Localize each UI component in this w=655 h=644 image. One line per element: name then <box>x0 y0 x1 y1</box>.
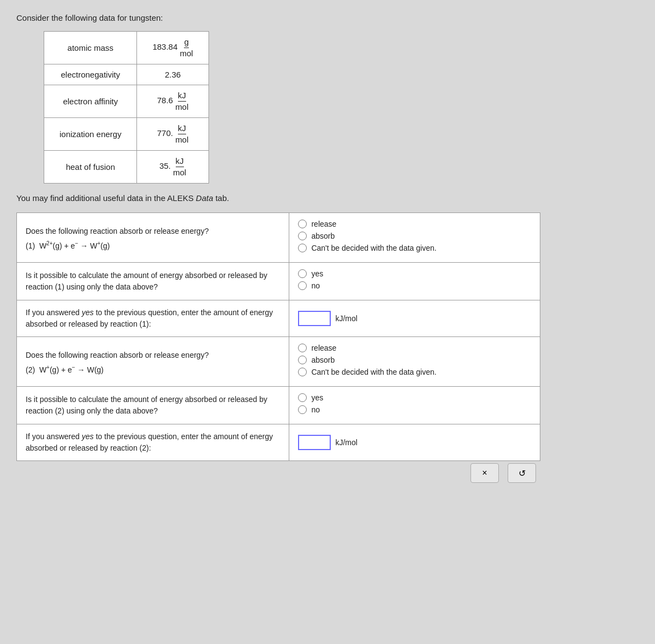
radio-label: yes <box>311 393 323 402</box>
radio-label: release <box>311 344 336 352</box>
radio-option-q1-2[interactable]: Can't be decided with the data given. <box>298 244 531 252</box>
intro-text: Consider the following data for tungsten… <box>16 13 639 22</box>
question-right-q1: releaseabsorbCan't be decided with the d… <box>289 213 540 263</box>
radio-label: no <box>311 405 320 414</box>
value-cell: 2.36 <box>137 64 209 85</box>
unit-label: kJ/mol <box>335 438 357 447</box>
aleks-text: You may find additional useful data in t… <box>16 193 639 203</box>
value-cell: 770. kJmol <box>137 118 209 151</box>
bottom-buttons: × ↺ <box>16 463 540 483</box>
question-right-q5: yesno <box>289 387 540 424</box>
property-cell: heat of fusion <box>44 151 137 184</box>
radio-label: release <box>311 220 336 228</box>
value-cell: 35. kJmol <box>137 151 209 184</box>
reaction-line: (1) W2+(g) + e− → W+(g) <box>26 240 280 250</box>
reset-button[interactable]: ↺ <box>508 463 536 483</box>
question-left-q5: Is it possible to calculate the amount o… <box>17 387 289 424</box>
question-right-q4: releaseabsorbCan't be decided with the d… <box>289 337 540 387</box>
question-right-q2: yesno <box>289 263 540 300</box>
value-cell: 183.84 gmol <box>137 32 209 64</box>
radio-option-q4-2[interactable]: Can't be decided with the data given. <box>298 368 531 376</box>
question-left-q4: Does the following reaction absorb or re… <box>17 337 289 387</box>
close-button[interactable]: × <box>471 463 499 483</box>
question-right-q6: kJ/mol <box>289 424 540 461</box>
question-text: Is it possible to calculate the amount o… <box>26 395 267 415</box>
property-cell: electron affinity <box>44 85 137 118</box>
radio-input-q5-1[interactable] <box>298 405 307 414</box>
question-left-q6: If you answered yes to the previous ques… <box>17 424 289 461</box>
radio-option-q5-0[interactable]: yes <box>298 393 531 402</box>
radio-input-q4-0[interactable] <box>298 344 307 352</box>
reaction-line: (2) W+(g) + e− → W(g) <box>26 364 280 374</box>
property-cell: electronegativity <box>44 64 137 85</box>
radio-option-q2-1[interactable]: no <box>298 281 531 290</box>
radio-label: absorb <box>311 232 335 240</box>
radio-input-q1-0[interactable] <box>298 220 307 228</box>
questions-table: Does the following reaction absorb or re… <box>16 212 540 461</box>
radio-option-q4-1[interactable]: absorb <box>298 356 531 364</box>
question-text: Does the following reaction absorb or re… <box>26 227 209 235</box>
question-text: Is it possible to calculate the amount o… <box>26 271 267 291</box>
radio-label: Can't be decided with the data given. <box>311 368 436 376</box>
energy-input-q3[interactable] <box>298 311 331 326</box>
input-row: kJ/mol <box>298 311 531 326</box>
question-text: Does the following reaction absorb or re… <box>26 351 209 359</box>
property-cell: ionization energy <box>44 118 137 151</box>
property-cell: atomic mass <box>44 32 137 64</box>
radio-label: Can't be decided with the data given. <box>311 244 436 252</box>
energy-input-q6[interactable] <box>298 435 331 450</box>
radio-label: yes <box>311 269 323 278</box>
radio-input-q4-1[interactable] <box>298 356 307 364</box>
radio-input-q2-1[interactable] <box>298 281 307 290</box>
question-text: If you answered yes to the previous ques… <box>26 308 273 328</box>
radio-input-q5-0[interactable] <box>298 393 307 402</box>
question-right-q3: kJ/mol <box>289 300 540 337</box>
unit-label: kJ/mol <box>335 314 357 323</box>
input-row: kJ/mol <box>298 435 531 450</box>
question-left-q1: Does the following reaction absorb or re… <box>17 213 289 263</box>
value-cell: 78.6 kJmol <box>137 85 209 118</box>
data-table: atomic mass183.84 gmolelectronegativity2… <box>44 31 209 184</box>
radio-option-q5-1[interactable]: no <box>298 405 531 414</box>
radio-input-q2-0[interactable] <box>298 269 307 278</box>
radio-option-q4-0[interactable]: release <box>298 344 531 352</box>
radio-input-q1-2[interactable] <box>298 244 307 252</box>
radio-input-q1-1[interactable] <box>298 232 307 240</box>
question-left-q3: If you answered yes to the previous ques… <box>17 300 289 337</box>
radio-input-q4-2[interactable] <box>298 368 307 376</box>
question-left-q2: Is it possible to calculate the amount o… <box>17 263 289 300</box>
radio-option-q1-1[interactable]: absorb <box>298 232 531 240</box>
question-text: If you answered yes to the previous ques… <box>26 432 273 452</box>
radio-option-q1-0[interactable]: release <box>298 220 531 228</box>
radio-label: no <box>311 281 320 290</box>
radio-label: absorb <box>311 356 335 364</box>
radio-option-q2-0[interactable]: yes <box>298 269 531 278</box>
